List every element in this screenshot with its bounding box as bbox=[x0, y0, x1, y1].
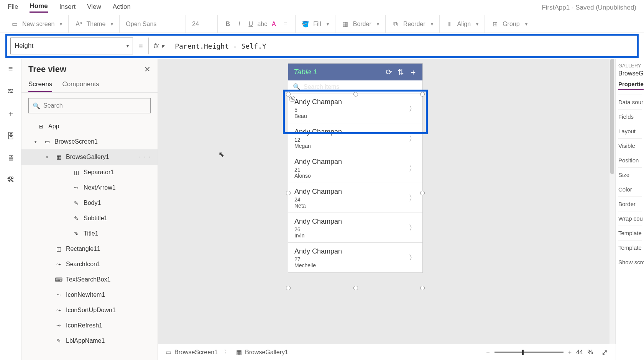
refresh-icon[interactable]: ⟳ bbox=[386, 67, 392, 77]
prop-row[interactable]: Visible bbox=[618, 138, 642, 153]
tab-screens[interactable]: Screens bbox=[28, 77, 52, 92]
formula-input[interactable] bbox=[169, 38, 634, 54]
tree-item-searchicon1[interactable]: ⤳SearchIcon1 bbox=[21, 257, 158, 272]
prop-row[interactable]: Template bbox=[618, 226, 642, 240]
resize-handle[interactable] bbox=[286, 286, 291, 290]
tree-item-iconnewitem1[interactable]: ⤳IconNewItem1 bbox=[21, 287, 158, 303]
italic-icon[interactable]: I bbox=[235, 20, 243, 28]
resize-handle[interactable] bbox=[420, 191, 425, 195]
breadcrumb-control[interactable]: BrowseGallery1 bbox=[245, 349, 288, 356]
hamburger-icon[interactable]: ≡ bbox=[8, 64, 13, 73]
resize-handle[interactable] bbox=[353, 286, 358, 290]
zoom-out-button[interactable]: − bbox=[486, 349, 490, 356]
gallery-item[interactable]: Andy Champan27Mechelle〉 bbox=[288, 243, 422, 273]
chevron-right-icon[interactable]: 〉 bbox=[409, 133, 416, 143]
fontcolor-icon[interactable]: A bbox=[270, 20, 278, 28]
resize-handle[interactable] bbox=[353, 92, 358, 97]
prop-row[interactable]: Data sour bbox=[618, 95, 642, 109]
tree-item-rectangle11[interactable]: ◫Rectangle11 bbox=[21, 241, 158, 257]
gallery-item[interactable]: Andy Champan24Neta〉 bbox=[288, 183, 422, 213]
bold-icon[interactable]: B bbox=[224, 20, 232, 28]
underline-icon[interactable]: U bbox=[247, 20, 255, 28]
resize-handle[interactable] bbox=[420, 286, 425, 290]
prop-row[interactable]: Wrap cou bbox=[618, 211, 642, 226]
prop-row[interactable]: Position bbox=[618, 153, 642, 167]
tree-item-nextarrow1[interactable]: ⤳NextArrow1 bbox=[21, 180, 158, 195]
breadcrumb-screen[interactable]: BrowseScreen1 bbox=[174, 349, 218, 356]
strike-icon[interactable]: abc bbox=[258, 20, 266, 28]
tree-item-separator1[interactable]: ◫Separator1 bbox=[21, 165, 158, 180]
tree-item-title1[interactable]: ✎Title1 bbox=[21, 226, 158, 241]
tab-components[interactable]: Components bbox=[62, 77, 99, 92]
resize-handle[interactable] bbox=[286, 92, 291, 97]
item-title: Andy Champan bbox=[294, 158, 416, 166]
menu-action[interactable]: Action bbox=[113, 3, 131, 12]
tree-item-textsearchbox1[interactable]: ⌨TextSearchBox1 bbox=[21, 272, 158, 287]
zoom-slider[interactable] bbox=[495, 352, 564, 353]
prop-row[interactable]: Show scro bbox=[618, 255, 642, 269]
chevron-right-icon[interactable]: 〉 bbox=[409, 223, 416, 233]
tree-search[interactable]: 🔍 bbox=[28, 98, 151, 113]
prop-row[interactable]: Size bbox=[618, 167, 642, 182]
gallery-item[interactable]: Andy Champan21Alonso〉 bbox=[288, 153, 422, 183]
tree-item-lblappname1[interactable]: ✎LblAppName1 bbox=[21, 333, 158, 349]
font-select[interactable] bbox=[126, 21, 179, 28]
rib-group[interactable]: ⊞ Group▾ bbox=[485, 15, 533, 33]
data-icon[interactable]: 🗄 bbox=[7, 132, 15, 141]
fontsize-input[interactable] bbox=[192, 21, 211, 28]
rib-font[interactable] bbox=[120, 15, 186, 33]
prop-row[interactable]: Color bbox=[618, 182, 642, 196]
tree-app[interactable]: ⊞ App bbox=[21, 119, 158, 134]
tree-item-browsegallery1[interactable]: ▾▦BrowseGallery1· · · bbox=[21, 149, 158, 165]
chevron-right-icon[interactable]: 〉 bbox=[409, 252, 416, 263]
more-icon[interactable]: · · · bbox=[139, 154, 151, 160]
close-icon[interactable]: ✕ bbox=[144, 65, 151, 74]
menu-home[interactable]: Home bbox=[30, 2, 48, 13]
tree-item-iconsortupdown1[interactable]: ⤳IconSortUpDown1 bbox=[21, 303, 158, 318]
media-icon[interactable]: 🖥 bbox=[7, 154, 15, 162]
zoom-in-button[interactable]: + bbox=[568, 349, 572, 356]
canvas[interactable]: ⬉ Table 1 ⟳ ⇅ ＋ 🔍 Search items Andy Cham… bbox=[158, 59, 616, 360]
tree-item-browsescreen1[interactable]: ▾▭BrowseScreen1 bbox=[21, 134, 158, 149]
align-icon[interactable]: ≡ bbox=[281, 20, 289, 28]
menu-file[interactable]: File bbox=[8, 3, 18, 12]
edit-icon[interactable]: ✎ bbox=[289, 96, 295, 102]
gallery[interactable]: Andy Champan5Beau〉✎Andy Champan12Megan〉A… bbox=[288, 93, 422, 273]
rib-border[interactable]: ▦ Border▾ bbox=[335, 15, 386, 33]
rib-reorder[interactable]: ⧉ Reorder▾ bbox=[386, 15, 440, 33]
gallery-item[interactable]: Andy Champan5Beau〉✎ bbox=[288, 93, 422, 123]
rib-newscreen[interactable]: ▭ New screen▾ bbox=[5, 15, 69, 33]
gallery-item[interactable]: Andy Champan12Megan〉 bbox=[288, 123, 422, 153]
gallery-item[interactable]: Andy Champan26Irvin〉 bbox=[288, 213, 422, 243]
rib-fontsize[interactable] bbox=[186, 15, 218, 33]
resize-handle[interactable] bbox=[286, 191, 291, 195]
add-icon[interactable]: ＋ bbox=[409, 67, 417, 77]
prop-row[interactable]: Layout bbox=[618, 124, 642, 138]
chevron-right-icon[interactable]: 〉 bbox=[409, 163, 416, 173]
prop-row[interactable]: Template bbox=[618, 240, 642, 255]
properties-tab[interactable]: Propertie bbox=[618, 81, 644, 90]
tree-item-iconrefresh1[interactable]: ⤳IconRefresh1 bbox=[21, 318, 158, 333]
chevron-right-icon[interactable]: 〉 bbox=[409, 103, 416, 113]
chevron-right-icon[interactable]: 〉 bbox=[409, 193, 416, 203]
rib-align[interactable]: ⫴ Align▾ bbox=[440, 15, 485, 33]
fx-button[interactable]: fx▾ bbox=[148, 38, 169, 54]
prop-row[interactable]: Border bbox=[618, 196, 642, 211]
prop-row[interactable]: Fields bbox=[618, 109, 642, 124]
fit-icon[interactable]: ⤢ bbox=[601, 348, 608, 357]
menu-view[interactable]: View bbox=[87, 3, 101, 12]
sort-icon[interactable]: ⇅ bbox=[398, 67, 404, 77]
resize-handle[interactable] bbox=[420, 92, 425, 97]
rib-theme[interactable]: Aᵃ Theme▾ bbox=[69, 15, 120, 33]
search-box[interactable]: 🔍 Search items bbox=[288, 80, 422, 93]
treeview-icon[interactable]: ≋ bbox=[7, 86, 14, 95]
menu-insert[interactable]: Insert bbox=[59, 3, 76, 12]
canvas-scrollbar[interactable] bbox=[610, 59, 615, 360]
rib-fill[interactable]: 🪣 Fill▾ bbox=[296, 15, 335, 33]
tree-search-input[interactable] bbox=[40, 102, 146, 109]
tree-item-subtitle1[interactable]: ✎Subtitle1 bbox=[21, 211, 158, 226]
tree-item-body1[interactable]: ✎Body1 bbox=[21, 195, 158, 211]
property-selector[interactable]: Height ▾ bbox=[10, 38, 133, 54]
insert-icon[interactable]: ＋ bbox=[7, 108, 15, 119]
advanced-icon[interactable]: 🛠 bbox=[7, 175, 15, 184]
